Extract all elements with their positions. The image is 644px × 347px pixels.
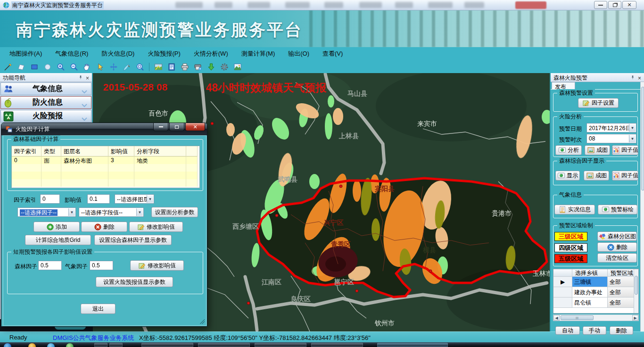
- make-map-button2[interactable]: 成图: [584, 171, 609, 181]
- add-button[interactable]: 添加: [33, 222, 80, 232]
- menu-item-4[interactable]: 火情分析(W): [187, 48, 235, 60]
- taskbar-button[interactable]: [311, 343, 363, 347]
- window-minimize-button[interactable]: [594, 1, 607, 9]
- zoom-out-icon[interactable]: [68, 62, 80, 72]
- windows-taskbar[interactable]: [0, 342, 644, 347]
- factor-setting-button[interactable]: 因子设置: [578, 98, 619, 108]
- menu-item-5[interactable]: 测量计算(M): [235, 48, 282, 60]
- panel-vscrollbar[interactable]: [640, 82, 644, 331]
- dialog-close-button[interactable]: ✕: [185, 123, 205, 131]
- show-button[interactable]: 显示: [555, 171, 580, 181]
- printer-icon[interactable]: [179, 62, 190, 72]
- move-cross-icon[interactable]: [108, 62, 119, 72]
- menu-item-3[interactable]: 火险预报(P): [141, 48, 187, 60]
- sidebar-item-2[interactable]: 火险预报: [0, 110, 91, 123]
- factor-value-button[interactable]: 因子值: [612, 145, 638, 155]
- row-selector[interactable]: ▶: [553, 277, 572, 287]
- gear-icon[interactable]: [219, 62, 230, 72]
- table-row[interactable]: [12, 164, 199, 172]
- taskbar-button[interactable]: [255, 343, 306, 347]
- image-view-icon[interactable]: [232, 62, 243, 72]
- taskbar-button[interactable]: [198, 343, 250, 347]
- taskbar-app-icon[interactable]: [66, 343, 74, 347]
- make-map-button[interactable]: 成图: [585, 145, 610, 155]
- map-image-icon[interactable]: [153, 62, 164, 72]
- set-fire-display-button[interactable]: 设置火险预报值显示参数: [96, 277, 173, 287]
- resize-grip[interactable]: [200, 319, 205, 324]
- set-display-params-button[interactable]: 设置综合森林因子显示参数: [94, 235, 172, 245]
- taskbar-app-icon[interactable]: [28, 343, 36, 347]
- modify-impact-button[interactable]: 修改影响值: [129, 222, 183, 232]
- dialog-maximize-button[interactable]: [169, 123, 184, 131]
- close-icon[interactable]: ×: [638, 76, 641, 81]
- window-close-button[interactable]: ✕: [622, 1, 636, 9]
- warn-date-combo[interactable]: 2017年12月26日▼: [586, 123, 636, 132]
- close-icon[interactable]: ×: [86, 76, 89, 81]
- level4-area-box[interactable]: 四级区域: [554, 243, 587, 252]
- zoom-in-icon[interactable]: [55, 62, 66, 72]
- download-arrow-icon[interactable]: [206, 62, 217, 72]
- polygon-shape-icon[interactable]: [16, 62, 27, 72]
- row-selector[interactable]: [553, 287, 572, 297]
- warning-area-cell[interactable]: 全部: [608, 287, 635, 297]
- layer-select-combo[interactable]: --请选择图层--▼: [115, 194, 154, 204]
- forest-factor-input[interactable]: 0.5: [38, 261, 62, 270]
- live-info-button[interactable]: 实况信息: [554, 205, 595, 215]
- bottom-button-0[interactable]: 自动: [555, 326, 580, 335]
- printer-export-icon[interactable]: [192, 62, 204, 72]
- tab-publish[interactable]: 发布: [552, 82, 575, 90]
- identify-brush-icon[interactable]: [121, 62, 132, 72]
- township-cell[interactable]: 昆仑镇: [572, 297, 608, 308]
- ellipse-tool-icon[interactable]: [42, 62, 53, 72]
- menu-item-6[interactable]: 输出(O): [281, 48, 316, 60]
- factor-value-button2[interactable]: 因子值: [612, 171, 638, 181]
- exit-button[interactable]: 退出: [81, 304, 116, 314]
- select-arrow-icon[interactable]: [95, 62, 106, 72]
- dialog-minimize-button[interactable]: [153, 123, 168, 131]
- taskbar-button[interactable]: [94, 343, 107, 347]
- modify-impact-button2[interactable]: 修改影响值: [130, 260, 184, 271]
- window-restore-button[interactable]: [608, 1, 621, 9]
- factor-table[interactable]: 因子索引类型图层名影响值分析字段 0面森林分布图3地类: [11, 146, 200, 188]
- zoom-box-icon[interactable]: [134, 62, 146, 72]
- township-row-2[interactable]: 昆仑镇全部: [553, 297, 638, 308]
- bottom-button-1[interactable]: 手动: [583, 326, 606, 335]
- table-row[interactable]: 0面森林分布图3地类: [12, 157, 199, 164]
- fire-factor-dialog[interactable]: 火险因子计算 ✕ 森林基础因子计算 因子索引类型图层名影响值分析字段 0面森林分…: [1, 123, 207, 327]
- menu-item-2[interactable]: 防火信息(D): [95, 48, 141, 60]
- pan-hand-icon[interactable]: [82, 62, 93, 72]
- township-row-0[interactable]: ▶三塘镇全部: [553, 277, 638, 287]
- table-row[interactable]: [12, 179, 199, 187]
- pin-icon[interactable]: [78, 74, 83, 82]
- factor-select-combo[interactable]: --请选择因子--▼: [17, 207, 76, 217]
- rectangle-tool-icon[interactable]: [29, 62, 40, 72]
- taskbar-app-icon[interactable]: [47, 343, 55, 347]
- taskbar-button[interactable]: [109, 343, 123, 347]
- sidebar-item-0[interactable]: 气象信息: [0, 83, 91, 95]
- bottom-button-2[interactable]: 删除: [610, 326, 633, 335]
- level3-area-box[interactable]: 三级区域: [554, 232, 587, 241]
- delete-area-button[interactable]: 删除: [597, 242, 637, 252]
- table-row[interactable]: [12, 172, 199, 179]
- clear-draw-button[interactable]: 清空绘区: [597, 253, 637, 263]
- legend-doc-icon[interactable]: [166, 62, 177, 72]
- township-row-1[interactable]: 建政办事处全部: [553, 287, 638, 297]
- start-orb[interactable]: [4, 343, 11, 347]
- analyze-button[interactable]: 分析: [555, 145, 582, 155]
- warn-plot-button[interactable]: 预警标绘: [598, 205, 637, 215]
- taskbar-active-button[interactable]: [377, 343, 448, 347]
- warning-area-cell[interactable]: 全部: [608, 297, 635, 308]
- township-table-hscrollbar[interactable]: ◀III▶: [553, 314, 639, 321]
- calc-grid-button[interactable]: 计算综合地质Grid: [25, 235, 91, 245]
- field-select-combo[interactable]: --请选择字段值--▼: [79, 207, 144, 217]
- menu-item-1[interactable]: 气象信息(R): [49, 48, 95, 60]
- taskbar-button[interactable]: [141, 343, 193, 347]
- township-cell[interactable]: 三塘镇: [572, 277, 608, 287]
- pin-icon[interactable]: [630, 74, 635, 82]
- set-area-params-button[interactable]: 设置面分析参数: [151, 207, 198, 217]
- township-cell[interactable]: 建政办事处: [572, 287, 608, 297]
- row-selector[interactable]: [553, 297, 572, 308]
- factor-index-input[interactable]: 0: [40, 194, 60, 204]
- impact-value-input[interactable]: 0.1: [87, 194, 110, 204]
- level5-area-box[interactable]: 五级区域: [554, 254, 587, 263]
